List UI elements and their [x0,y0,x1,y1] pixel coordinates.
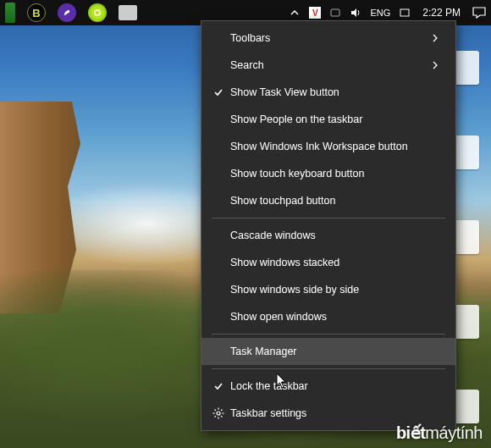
svg-line-11 [215,416,216,417]
svg-line-8 [215,410,216,411]
menu-item-label: Show Task View button [229,86,444,98]
check-icon [208,87,229,97]
chevron-right-icon [432,34,444,42]
menu-separator [212,368,445,369]
svg-rect-2 [400,9,409,16]
menu-item-show-ink-workspace[interactable]: Show Windows Ink Workspace button [201,133,455,160]
menu-item-show-touch-keyboard[interactable]: Show touch keyboard button [201,160,455,187]
tray-app-icon[interactable] [329,7,341,19]
menu-item-label: Show windows side by side [229,284,444,296]
svg-rect-1 [331,9,339,16]
menu-item-label: Taskbar settings [229,407,444,419]
menu-item-label: Show Windows Ink Workspace button [229,141,444,152]
watermark-logo: biếtmáytính [396,423,483,443]
menu-item-show-touchpad[interactable]: Show touchpad button [201,187,455,214]
menu-item-label: Lock the taskbar [229,380,444,392]
watermark-text: máytính [425,423,483,443]
check-icon [208,381,229,391]
gear-icon [208,407,229,419]
taskbar-app-icon[interactable] [119,5,137,20]
chevron-right-icon [432,61,444,69]
taskbar-app-icon[interactable] [5,3,15,23]
watermark-text: biết [396,423,425,443]
menu-item-label: Show touchpad button [229,195,444,207]
taskbar-app-icon[interactable]: B [27,3,46,22]
menu-separator [212,218,445,218]
menu-item-show-people[interactable]: Show People on the taskbar [201,106,455,133]
menu-item-task-manager[interactable]: Task Manager [201,338,455,365]
menu-item-stacked-windows[interactable]: Show windows stacked [201,249,455,276]
menu-item-lock-taskbar[interactable]: Lock the taskbar [201,373,455,400]
menu-separator [212,334,445,335]
menu-item-toolbars[interactable]: Toolbars [201,25,455,52]
menu-item-label: Show People on the taskbar [229,113,444,125]
svg-point-0 [95,10,100,15]
menu-item-label: Cascade windows [229,230,444,241]
menu-item-label: Show touch keyboard button [229,168,444,180]
menu-item-show-open-windows[interactable]: Show open windows [201,303,455,330]
menu-item-label: Task Manager [229,346,444,357]
svg-line-10 [221,410,222,411]
volume-icon[interactable] [350,7,361,19]
svg-point-3 [217,412,220,415]
tray-app-icon[interactable] [399,7,411,19]
menu-item-label: Show open windows [229,311,444,323]
menu-item-show-task-view[interactable]: Show Task View button [201,79,455,106]
menu-item-search[interactable]: Search [201,52,455,79]
action-center-icon[interactable] [472,7,486,19]
menu-item-label: Toolbars [229,32,432,44]
menu-item-cascade-windows[interactable]: Cascade windows [201,222,455,249]
taskbar-app-icon[interactable] [88,3,107,22]
taskbar-app-icon[interactable] [58,3,76,22]
language-indicator[interactable]: ENG [370,8,390,18]
taskbar-clock[interactable]: 2:22 PM [419,7,464,19]
menu-item-label: Search [229,59,432,71]
tray-chevron-icon[interactable] [289,7,301,19]
tray-app-icon[interactable]: V [309,7,321,19]
menu-item-side-by-side[interactable]: Show windows side by side [201,276,455,303]
svg-line-9 [221,416,222,417]
taskbar-context-menu: Toolbars Search Show Task View button Sh… [201,20,456,431]
menu-item-label: Show windows stacked [229,257,444,268]
system-tray[interactable]: V ENG 2:22 PM [289,7,486,19]
